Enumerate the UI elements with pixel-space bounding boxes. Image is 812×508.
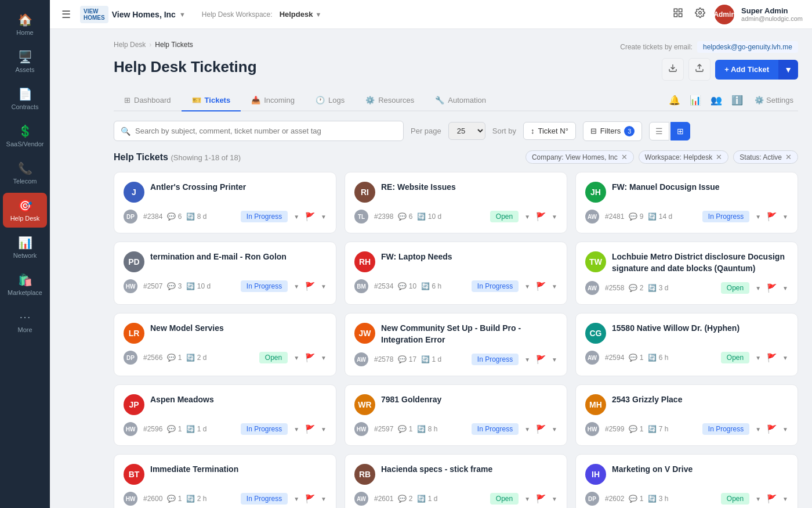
filter-tag-workspace-remove[interactable]: ✕ — [716, 153, 722, 161]
ticket-card[interactable]: WR 7981 Goldenray HW #2597 💬 1 🔄 8 h In … — [345, 384, 567, 446]
status-badge[interactable]: In Progress — [702, 423, 749, 435]
create-email-value[interactable]: helpdesk@go-genuity.lvh.me — [697, 41, 798, 53]
status-badge[interactable]: Open — [721, 493, 749, 505]
tab-logs[interactable]: 🕐 Logs — [305, 90, 355, 111]
status-badge[interactable]: Open — [721, 282, 749, 294]
apps-button[interactable] — [670, 5, 686, 23]
workspace-select[interactable]: Helpdesk ▼ — [280, 10, 322, 19]
list-view-btn[interactable]: ☰ — [649, 122, 669, 140]
status-dropdown-arrow[interactable]: ▼ — [524, 356, 530, 363]
flag-dropdown-arrow[interactable]: ▼ — [782, 285, 788, 291]
flag-dropdown-arrow[interactable]: ▼ — [552, 356, 557, 363]
status-badge[interactable]: Open — [490, 211, 519, 222]
sidebar-item-telecom[interactable]: 📞 Telecom — [3, 156, 47, 190]
status-dropdown-arrow[interactable]: ▼ — [755, 496, 761, 502]
sidebar-item-saas[interactable]: 💲 SaaS/Vendor — [3, 118, 47, 153]
flag-dropdown-arrow[interactable]: ▼ — [782, 426, 788, 433]
tab-resources[interactable]: ⚙️ Resources — [355, 90, 425, 111]
status-badge[interactable]: In Progress — [472, 280, 519, 292]
ticket-card[interactable]: JH FW: Manuel Docusign Issue AW #2481 💬 … — [575, 172, 798, 233]
sidebar-item-contracts[interactable]: 📄 Contracts — [3, 81, 47, 116]
status-dropdown-arrow[interactable]: ▼ — [293, 214, 299, 220]
ticket-card[interactable]: TW Lochbuie Metro District disclosure Do… — [575, 242, 798, 305]
ticket-card[interactable]: JP Aspen Meadows HW #2596 💬 1 🔄 1 d In P… — [114, 384, 336, 446]
add-ticket-dropdown[interactable]: ▼ — [778, 60, 798, 80]
status-dropdown-arrow[interactable]: ▼ — [755, 214, 761, 220]
tab-automation[interactable]: 🔧 Automation — [425, 90, 496, 111]
ticket-card[interactable]: BT Immediate Termination HW #2600 💬 1 🔄 … — [114, 454, 336, 508]
status-badge[interactable]: In Progress — [241, 211, 288, 222]
ticket-card[interactable]: RH FW: Laptop Needs BM #2534 💬 10 🔄 6 h … — [345, 242, 567, 305]
ticket-card[interactable]: PD termination and E-mail - Ron Golon HW… — [114, 242, 336, 305]
flag-dropdown-arrow[interactable]: ▼ — [321, 355, 327, 361]
info-btn[interactable]: ℹ️ — [729, 92, 745, 108]
ticket-card[interactable]: MH 2543 Grizzly Place HW #2599 💬 1 🔄 7 h… — [575, 384, 798, 446]
status-badge[interactable]: In Progress — [702, 211, 749, 222]
ticket-card[interactable]: LR New Model Servies DP #2566 💬 1 🔄 2 d … — [114, 313, 336, 376]
sidebar-item-marketplace[interactable]: 🛍️ Marketplace — [3, 267, 47, 302]
settings-btn[interactable]: ⚙️ Settings — [750, 93, 798, 107]
status-dropdown-arrow[interactable]: ▼ — [755, 355, 761, 361]
tab-incoming[interactable]: 📥 Incoming — [241, 90, 305, 111]
grid-view-btn[interactable]: ⊞ — [670, 122, 690, 140]
upload-btn[interactable] — [688, 58, 710, 81]
status-dropdown-arrow[interactable]: ▼ — [755, 426, 761, 433]
status-dropdown-arrow[interactable]: ▼ — [524, 496, 530, 502]
status-dropdown-arrow[interactable]: ▼ — [293, 283, 299, 290]
flag-dropdown-arrow[interactable]: ▼ — [552, 214, 557, 220]
flag-dropdown-arrow[interactable]: ▼ — [782, 214, 788, 220]
status-dropdown-arrow[interactable]: ▼ — [755, 285, 761, 291]
sidebar-item-network[interactable]: 📊 Network — [3, 230, 47, 265]
people-btn[interactable]: 👥 — [708, 92, 724, 108]
flag-dropdown-arrow[interactable]: ▼ — [321, 283, 327, 290]
sidebar-item-helpdesk[interactable]: 🎯 Help Desk — [3, 193, 47, 228]
analytics-btn[interactable]: 📊 — [687, 92, 704, 108]
flag-dropdown-arrow[interactable]: ▼ — [552, 283, 557, 290]
status-dropdown-arrow[interactable]: ▼ — [524, 283, 530, 290]
status-badge[interactable]: Open — [721, 352, 749, 363]
status-dropdown-arrow[interactable]: ▼ — [524, 426, 530, 433]
status-dropdown-arrow[interactable]: ▼ — [293, 355, 299, 361]
user-avatar[interactable]: Admin — [715, 5, 734, 24]
hamburger-menu[interactable]: ☰ — [59, 6, 73, 23]
sidebar-item-home[interactable]: 🏠 Home — [3, 7, 47, 42]
ticket-card[interactable]: CG 15580 Native Willow Dr. (Hyphen) AW #… — [575, 313, 798, 376]
filter-tag-status-remove[interactable]: ✕ — [785, 153, 792, 161]
status-badge[interactable]: In Progress — [241, 423, 288, 435]
flag-dropdown-arrow[interactable]: ▼ — [782, 355, 788, 361]
status-badge[interactable]: In Progress — [472, 423, 519, 435]
status-dropdown-arrow[interactable]: ▼ — [524, 214, 530, 220]
status-dropdown-arrow[interactable]: ▼ — [293, 426, 299, 433]
sort-button[interactable]: ↕️ Ticket N° — [523, 122, 576, 140]
flag-dropdown-arrow[interactable]: ▼ — [321, 426, 327, 433]
status-badge[interactable]: Open — [259, 352, 288, 363]
status-badge[interactable]: Open — [490, 493, 519, 505]
status-badge[interactable]: In Progress — [241, 493, 288, 505]
ticket-card[interactable]: RI RE: Website Issues TL #2398 💬 6 🔄 10 … — [345, 172, 567, 233]
tab-tickets[interactable]: 🎫 Tickets — [182, 90, 241, 111]
add-ticket-button[interactable]: + Add Ticket — [715, 60, 778, 80]
settings-icon-button[interactable] — [693, 5, 708, 23]
breadcrumb-helpdesk[interactable]: Help Desk — [114, 41, 146, 49]
sidebar-item-assets[interactable]: 🖥️ Assets — [3, 44, 47, 79]
flag-dropdown-arrow[interactable]: ▼ — [552, 496, 557, 502]
tab-dashboard[interactable]: ⊞ Dashboard — [114, 90, 182, 111]
notification-bell-btn[interactable]: 🔔 — [666, 92, 683, 108]
flag-dropdown-arrow[interactable]: ▼ — [321, 214, 327, 220]
filter-button[interactable]: ⊟ Filters 3 — [583, 121, 642, 141]
per-page-select[interactable]: 25 50 100 — [448, 122, 485, 140]
ticket-card[interactable]: IH Marketing on V Drive DP #2602 💬 1 🔄 3… — [575, 454, 798, 508]
filter-tag-company-remove[interactable]: ✕ — [621, 153, 628, 161]
flag-dropdown-arrow[interactable]: ▼ — [782, 496, 788, 502]
sidebar-item-more[interactable]: ⋯ More — [3, 304, 47, 339]
flag-dropdown-arrow[interactable]: ▼ — [552, 426, 557, 433]
status-dropdown-arrow[interactable]: ▼ — [293, 496, 299, 502]
flag-dropdown-arrow[interactable]: ▼ — [321, 496, 327, 502]
status-badge[interactable]: In Progress — [472, 354, 519, 365]
status-badge[interactable]: In Progress — [241, 280, 288, 292]
search-input[interactable] — [114, 121, 404, 141]
ticket-card[interactable]: J Antler's Crossing Printer DP #2384 💬 6… — [114, 172, 336, 233]
company-dropdown-icon[interactable]: ▼ — [179, 11, 186, 18]
ticket-card[interactable]: RB Hacienda specs - stick frame AW #2601… — [345, 454, 567, 508]
download-btn[interactable] — [662, 58, 684, 81]
